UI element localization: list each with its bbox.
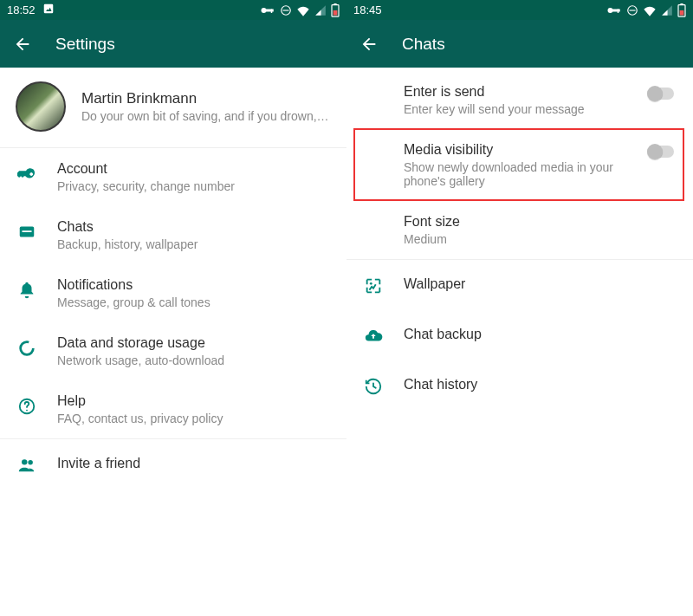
chats-item-chat-history[interactable]: Chat history: [346, 360, 693, 411]
svg-rect-0: [43, 4, 53, 14]
back-button[interactable]: [353, 29, 385, 60]
svg-rect-3: [271, 9, 273, 13]
svg-point-11: [21, 342, 34, 355]
svg-point-1: [262, 8, 267, 13]
settings-item-sub: FAQ, contact us, privacy policy: [57, 412, 331, 425]
wifi-icon: [643, 4, 657, 16]
app-bar: Settings: [0, 20, 346, 68]
svg-rect-23: [680, 10, 684, 16]
settings-item-label: Notifications: [57, 277, 331, 293]
setting-label: Chat history: [404, 373, 677, 396]
svg-point-14: [22, 459, 27, 464]
signal-icon: [314, 4, 327, 16]
status-time: 18:52: [7, 3, 36, 16]
setting-sub: Show newly downloaded media in your phon…: [404, 160, 629, 188]
chats-item-font-size[interactable]: Font size Medium: [346, 201, 693, 259]
settings-item-label: Chats: [57, 219, 331, 235]
do-not-disturb-icon: [280, 4, 292, 16]
picture-icon: [42, 3, 55, 17]
back-button[interactable]: [7, 29, 38, 60]
setting-sub: Enter key will send your message: [404, 102, 629, 116]
vpn-key-icon: [606, 5, 622, 16]
signal-icon: [661, 4, 673, 16]
chat-icon: [16, 221, 38, 243]
chats-item-chat-backup[interactable]: Chat backup: [346, 310, 693, 360]
page-title: Chats: [402, 35, 445, 54]
chats-settings-screen: 18:45 Chats Enter is send Enter key wil: [346, 0, 693, 616]
svg-rect-18: [618, 9, 619, 13]
wallpaper-icon: [362, 275, 385, 297]
data-usage-icon: [16, 337, 38, 360]
svg-point-13: [26, 410, 28, 412]
page-title: Settings: [55, 35, 115, 54]
profile-name: Martin Brinkmann: [81, 90, 331, 107]
svg-point-15: [28, 460, 33, 465]
setting-sub: Medium: [404, 232, 677, 246]
settings-item-label: Invite a friend: [57, 452, 331, 475]
settings-item-sub: Privacy, security, change number: [57, 179, 331, 193]
settings-item-chats[interactable]: Chats Backup, history, wallpaper: [0, 206, 346, 264]
chats-item-wallpaper[interactable]: Wallpaper: [346, 260, 693, 310]
svg-point-24: [370, 282, 372, 285]
app-bar: Chats: [346, 20, 693, 68]
cloud-upload-icon: [362, 325, 385, 347]
status-bar: 18:52: [0, 0, 346, 20]
settings-screen: 18:52 Settings Martin Brinkmann: [0, 0, 346, 616]
media-visibility-toggle[interactable]: [648, 146, 674, 158]
people-icon: [16, 454, 38, 477]
battery-icon: [331, 3, 340, 17]
settings-item-sub: Backup, history, wallpaper: [57, 237, 331, 251]
setting-label: Font size: [404, 214, 677, 230]
wifi-icon: [296, 4, 310, 16]
settings-item-notifications[interactable]: Notifications Message, group & call tone…: [0, 264, 346, 322]
svg-rect-10: [23, 230, 32, 232]
setting-label: Wallpaper: [404, 273, 677, 295]
svg-rect-8: [334, 10, 338, 16]
battery-icon: [677, 3, 686, 17]
settings-item-label: Account: [57, 161, 331, 177]
settings-item-account[interactable]: Account Privacy, security, change number: [0, 148, 346, 206]
bell-icon: [16, 279, 38, 302]
vpn-key-icon: [260, 5, 275, 16]
svg-point-16: [608, 8, 613, 13]
history-icon: [362, 375, 385, 398]
key-icon: [16, 163, 38, 185]
svg-rect-2: [266, 9, 274, 11]
help-icon: [16, 395, 38, 418]
settings-item-sub: Network usage, auto-download: [57, 353, 331, 367]
settings-item-sub: Message, group & call tones: [57, 295, 331, 309]
avatar: [16, 81, 66, 132]
setting-label: Enter is send: [404, 84, 629, 100]
svg-rect-17: [612, 9, 620, 11]
status-bar: 18:45: [346, 0, 693, 20]
setting-label: Media visibility: [404, 142, 629, 158]
settings-item-label: Data and storage usage: [57, 335, 331, 351]
settings-item-invite[interactable]: Invite a friend: [0, 439, 346, 490]
settings-item-data[interactable]: Data and storage usage Network usage, au…: [0, 322, 346, 380]
do-not-disturb-icon: [626, 4, 638, 16]
chats-item-enter-is-send[interactable]: Enter is send Enter key will send your m…: [346, 71, 693, 129]
profile-status-text: Do your own bit of saving, and if you dr…: [81, 109, 331, 123]
chats-item-media-visibility[interactable]: Media visibility Show newly downloaded m…: [346, 129, 693, 201]
enter-is-send-toggle[interactable]: [648, 88, 674, 100]
settings-item-label: Help: [57, 393, 331, 409]
status-time: 18:45: [353, 3, 382, 16]
profile-row[interactable]: Martin Brinkmann Do your own bit of savi…: [0, 68, 346, 147]
settings-item-help[interactable]: Help FAQ, contact us, privacy policy: [0, 380, 346, 438]
setting-label: Chat backup: [404, 323, 677, 346]
